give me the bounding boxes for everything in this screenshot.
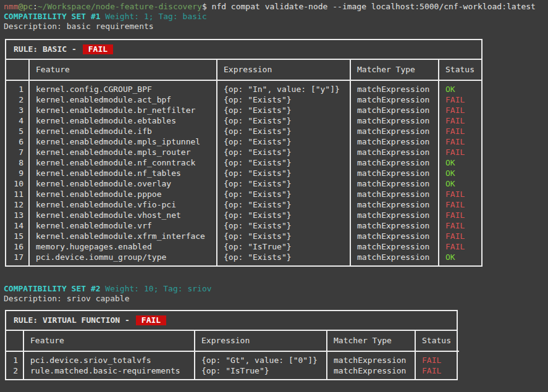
rule-table-basic: RULE: BASIC -FAIL Feature Expression Mat… <box>5 39 483 267</box>
command-text: nfd compat validate-node --image localho… <box>212 2 536 11</box>
set2-meta: Weight: 10; Tag: sriov <box>101 284 212 293</box>
set2-title: COMPATIBILITY SET #2 <box>4 284 101 293</box>
set1-description: Description: basic requirements <box>4 22 548 31</box>
rule-label: RULE: VIRTUAL FUNCTION - <box>14 315 130 325</box>
expression-cell: {op: "Exists"} <box>217 105 350 115</box>
matcher-type-cell: matchExpression <box>350 115 439 126</box>
status-cell: FAIL <box>439 147 481 157</box>
expression-cell: {op: "Exists"} <box>217 157 350 168</box>
table-row: 4kernel.enabledmodule.ebtables{op: "Exis… <box>6 115 481 126</box>
feature-cell: kernel.enabledmodule.nf_conntrack <box>29 157 217 168</box>
status-cell: FAIL <box>439 136 481 147</box>
col-header-matcher-type: Matcher Type <box>327 331 415 351</box>
set1-title: COMPATIBILITY SET #1 <box>4 12 101 21</box>
table-row: 14kernel.enabledmodule.vrf{op: "Exists"}… <box>6 220 481 231</box>
rule-status-badge: FAIL <box>136 315 166 325</box>
expression-cell: {op: "In", value: ["y"]} <box>217 80 350 94</box>
status-cell: OK <box>439 80 481 94</box>
col-header-feature: Feature <box>29 60 217 80</box>
feature-cell: pci.device.iommu_group/type <box>29 252 217 265</box>
matcher-type-cell: matchExpression <box>350 157 439 168</box>
row-number: 3 <box>6 105 29 115</box>
row-number: 16 <box>6 241 29 252</box>
matcher-type-cell: matchExpression <box>350 231 439 241</box>
feature-cell: kernel.enabledmodule.nf_tables <box>29 168 217 178</box>
row-number: 12 <box>6 199 29 210</box>
feature-cell: kernel.enabledmodule.xfrm_interface <box>29 231 217 241</box>
set2-heading: COMPATIBILITY SET #2 Weight: 10; Tag: sr… <box>4 284 548 294</box>
rule-header-basic: RULE: BASIC -FAIL <box>6 40 481 60</box>
prompt-dollar: $ <box>202 2 212 11</box>
matcher-type-cell: matchExpression <box>350 189 439 199</box>
matcher-type-cell: matchExpression <box>350 80 439 94</box>
expression-cell: {op: "Exists"} <box>217 210 350 220</box>
rule-status-badge: FAIL <box>83 44 113 54</box>
row-number: 6 <box>6 136 29 147</box>
feature-cell: kernel.enabledmodule.vrf <box>29 220 217 231</box>
feature-cell: kernel.config.CGROUP_BPF <box>29 80 217 94</box>
status-cell: OK <box>439 252 481 265</box>
prompt-user: nmm <box>4 2 18 11</box>
table-row: 13kernel.enabledmodule.vhost_net{op: "Ex… <box>6 210 481 220</box>
feature-cell: kernel.enabledmodule.act_bpf <box>29 94 217 105</box>
matcher-type-cell: matchExpression <box>350 168 439 178</box>
feature-cell: kernel.enabledmodule.mpls_router <box>29 147 217 157</box>
table-header-row: Feature Expression Matcher Type Status <box>6 60 481 80</box>
matcher-type-cell: matchExpression <box>350 199 439 210</box>
row-number: 7 <box>6 147 29 157</box>
expression-cell: {op: "Exists"} <box>217 168 350 178</box>
feature-cell: pci.device.sriov_totalvfs <box>23 351 195 365</box>
table-row: 1pci.device.sriov_totalvfs{op: "Gt", val… <box>6 351 459 365</box>
status-cell: FAIL <box>439 199 481 210</box>
col-header-status: Status <box>439 60 481 80</box>
matcher-type-cell: matchExpression <box>327 365 415 379</box>
col-header-matcher-type: Matcher Type <box>350 60 439 80</box>
expression-cell: {op: "Gt", value: ["0"]} <box>195 351 327 365</box>
status-cell: OK <box>439 157 481 168</box>
col-header-feature: Feature <box>23 331 195 351</box>
row-number: 5 <box>6 126 29 136</box>
feature-cell: kernel.enabledmodule.mpls_iptunnel <box>29 136 217 147</box>
terminal-window[interactable]: nmm@pc:~/Workspace/node-feature-discover… <box>0 0 548 380</box>
set1-heading: COMPATIBILITY SET #1 Weight: 1; Tag: bas… <box>4 12 548 22</box>
expression-cell: {op: "Exists"} <box>217 136 350 147</box>
sriov-table: Feature Expression Matcher Type Status 1… <box>6 331 459 379</box>
col-header-index <box>6 331 23 351</box>
expression-cell: {op: "Exists"} <box>217 231 350 241</box>
feature-cell: kernel.enabledmodule.overlay <box>29 178 217 189</box>
expression-cell: {op: "Exists"} <box>217 147 350 157</box>
table-row: 8kernel.enabledmodule.nf_conntrack{op: "… <box>6 157 481 168</box>
status-cell: FAIL <box>439 189 481 199</box>
status-cell: FAIL <box>439 210 481 220</box>
row-number: 17 <box>6 252 29 265</box>
table-row: 5kernel.enabledmodule.ifb{op: "Exists"}m… <box>6 126 481 136</box>
status-cell: FAIL <box>439 126 481 136</box>
matcher-type-cell: matchExpression <box>350 178 439 189</box>
row-number: 14 <box>6 220 29 231</box>
prompt-host: @pc <box>18 2 32 11</box>
expression-cell: {op: "Exists"} <box>217 199 350 210</box>
table-row: 2kernel.enabledmodule.act_bpf{op: "Exist… <box>6 94 481 105</box>
expression-cell: {op: "IsTrue"} <box>217 241 350 252</box>
set1-meta: Weight: 1; Tag: basic <box>101 12 207 21</box>
col-header-index <box>6 60 29 80</box>
rule-table-virtual-function: RULE: VIRTUAL FUNCTION -FAIL Feature Exp… <box>5 310 458 380</box>
feature-cell: kernel.enabledmodule.br_netfilter <box>29 105 217 115</box>
matcher-type-cell: matchExpression <box>350 241 439 252</box>
matcher-type-cell: matchExpression <box>350 126 439 136</box>
row-number: 2 <box>6 365 23 379</box>
table-row: 6kernel.enabledmodule.mpls_iptunnel{op: … <box>6 136 481 147</box>
feature-cell: kernel.enabledmodule.pppoe <box>29 189 217 199</box>
expression-cell: {op: "Exists"} <box>217 115 350 126</box>
expression-cell: {op: "Exists"} <box>217 189 350 199</box>
table-row: 1kernel.config.CGROUP_BPF{op: "In", valu… <box>6 80 481 94</box>
feature-cell: kernel.enabledmodule.ifb <box>29 126 217 136</box>
status-cell: FAIL <box>439 94 481 105</box>
feature-cell: kernel.enabledmodule.vhost_net <box>29 210 217 220</box>
feature-cell: rule.matched.basic-requirements <box>23 365 195 379</box>
matcher-type-cell: matchExpression <box>350 105 439 115</box>
table-row: 9kernel.enabledmodule.nf_tables{op: "Exi… <box>6 168 481 178</box>
status-cell: FAIL <box>439 105 481 115</box>
table-row: 10kernel.enabledmodule.overlay{op: "Exis… <box>6 178 481 189</box>
row-number: 10 <box>6 178 29 189</box>
